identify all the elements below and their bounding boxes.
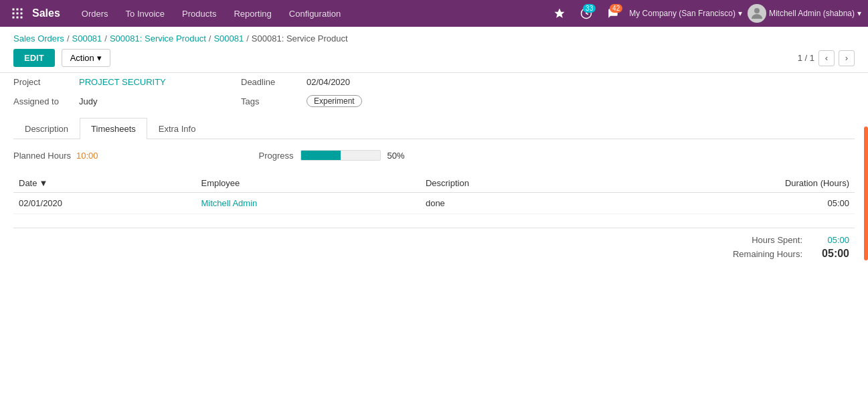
edit-button[interactable]: EDIT xyxy=(13,49,55,67)
svg-rect-1 xyxy=(17,9,19,11)
cell-employee[interactable]: Mitchell Admin xyxy=(195,193,420,214)
top-navigation: Sales Orders To Invoice Products Reporti… xyxy=(0,0,868,27)
hours-spent-row: Hours Spent: 05:00 xyxy=(752,235,849,245)
planned-progress-row: Planned Hours 10:00 Progress 50% xyxy=(13,150,855,161)
tags-value: Experiment xyxy=(307,95,362,107)
tags-field: Tags Experiment xyxy=(241,95,442,107)
cell-duration: 05:00 xyxy=(602,193,855,214)
avatar xyxy=(748,4,766,23)
col-date[interactable]: Date ▼ xyxy=(13,174,195,193)
summary-footer: Hours Spent: 05:00 Remaining Hours: 05:0… xyxy=(13,228,855,260)
progress-bar-fill xyxy=(301,151,341,160)
col-description: Description xyxy=(420,174,602,193)
brand-title[interactable]: Sales xyxy=(32,7,60,19)
tags-label: Tags xyxy=(241,96,301,106)
cell-date: 02/01/2020 xyxy=(13,193,195,214)
chevron-down-icon: ▾ xyxy=(97,53,102,63)
remaining-hours-label: Remaining Hours: xyxy=(733,249,802,259)
nav-reporting[interactable]: Reporting xyxy=(226,3,279,24)
breadcrumb: Sales Orders / S00081 / S00081: Service … xyxy=(0,27,868,44)
timesheets-table: Date ▼ Employee Description Duration (Ho… xyxy=(13,174,855,214)
activity-badge: 33 xyxy=(583,4,596,13)
svg-rect-2 xyxy=(21,9,23,11)
assigned-to-value: Judy xyxy=(79,96,97,106)
breadcrumb-current: S00081: Service Product xyxy=(252,33,348,44)
progress-pct: 50% xyxy=(387,151,405,161)
user-menu[interactable]: Mitchell Admin (shabna) ▾ xyxy=(748,4,861,23)
nav-products[interactable]: Products xyxy=(174,3,224,24)
svg-rect-5 xyxy=(21,13,23,15)
nav-links: Orders To Invoice Products Reporting Con… xyxy=(74,3,549,24)
pager-next-button[interactable]: › xyxy=(839,50,855,66)
project-field: Project PROJECT SECURITY xyxy=(13,77,214,87)
pager: 1 / 1 ‹ › xyxy=(798,50,855,66)
activity-btn[interactable]: 33 xyxy=(576,3,597,24)
svg-rect-0 xyxy=(13,9,15,11)
table-row: 02/01/2020 Mitchell Admin done 05:00 xyxy=(13,193,855,214)
hours-spent-value: 05:00 xyxy=(816,235,849,245)
project-value[interactable]: PROJECT SECURITY xyxy=(79,77,166,87)
progress-bar-container xyxy=(300,150,381,161)
deadline-field: Deadline 02/04/2020 xyxy=(241,77,442,87)
col-employee: Employee xyxy=(195,174,420,193)
field-row-project: Project PROJECT SECURITY Deadline 02/04/… xyxy=(13,73,855,91)
nav-orders[interactable]: Orders xyxy=(74,3,116,24)
svg-marker-9 xyxy=(555,9,565,18)
breadcrumb-service-product[interactable]: S00081: Service Product xyxy=(110,33,206,44)
remaining-hours-value: 05:00 xyxy=(816,248,849,260)
deadline-label: Deadline xyxy=(241,77,301,87)
cell-description: done xyxy=(420,193,602,214)
project-label: Project xyxy=(13,77,74,87)
nav-to-invoice[interactable]: To Invoice xyxy=(118,3,173,24)
breadcrumb-sales-orders[interactable]: Sales Orders xyxy=(13,33,64,44)
timesheets-tab-content: Planned Hours 10:00 Progress 50% Date ▼ xyxy=(13,139,855,270)
svg-rect-6 xyxy=(13,17,15,19)
tab-extra-info[interactable]: Extra Info xyxy=(147,118,207,139)
field-row-assigned: Assigned to Judy Tags Experiment xyxy=(13,91,855,111)
svg-rect-7 xyxy=(17,17,19,19)
svg-rect-3 xyxy=(13,13,15,15)
deadline-value: 02/04/2020 xyxy=(307,77,350,87)
form-content: Project PROJECT SECURITY Deadline 02/04/… xyxy=(0,72,868,270)
planned-hours-label: Planned Hours xyxy=(13,151,71,161)
tab-timesheets[interactable]: Timesheets xyxy=(80,118,147,139)
col-duration: Duration (Hours) xyxy=(602,174,855,193)
progress-group: Progress 50% xyxy=(259,150,405,161)
apps-icon[interactable] xyxy=(7,3,28,24)
scroll-indicator xyxy=(864,127,868,260)
messages-btn[interactable]: 42 xyxy=(602,3,624,24)
remaining-hours-row: Remaining Hours: 05:00 xyxy=(733,248,849,260)
svg-point-11 xyxy=(754,8,760,13)
message-badge: 42 xyxy=(610,4,622,13)
company-selector[interactable]: My Company (San Francisco) ▾ xyxy=(629,9,742,18)
pager-prev-button[interactable]: ‹ xyxy=(818,50,835,66)
svg-rect-8 xyxy=(21,17,23,19)
breadcrumb-s00081[interactable]: S00081 xyxy=(72,33,102,44)
action-dropdown-button[interactable]: Action ▾ xyxy=(62,49,110,67)
sort-icon: ▼ xyxy=(39,178,48,188)
action-bar: EDIT Action ▾ 1 / 1 ‹ › xyxy=(0,44,868,72)
tab-description[interactable]: Description xyxy=(13,118,80,139)
assigned-to-field: Assigned to Judy xyxy=(13,95,214,107)
hours-spent-label: Hours Spent: xyxy=(752,235,802,245)
breadcrumb-s00081-2[interactable]: S00081 xyxy=(213,33,244,44)
star-icon-btn[interactable] xyxy=(549,3,570,24)
svg-rect-4 xyxy=(17,13,19,15)
progress-label: Progress xyxy=(259,151,294,161)
planned-hours-group: Planned Hours 10:00 xyxy=(13,151,98,161)
assigned-to-label: Assigned to xyxy=(13,96,74,106)
tabs-container: Description Timesheets Extra Info xyxy=(13,118,855,139)
planned-hours-value: 10:00 xyxy=(76,151,98,161)
nav-right-section: 33 42 My Company (San Francisco) ▾ Mitch… xyxy=(549,3,861,24)
nav-configuration[interactable]: Configuration xyxy=(281,3,349,24)
